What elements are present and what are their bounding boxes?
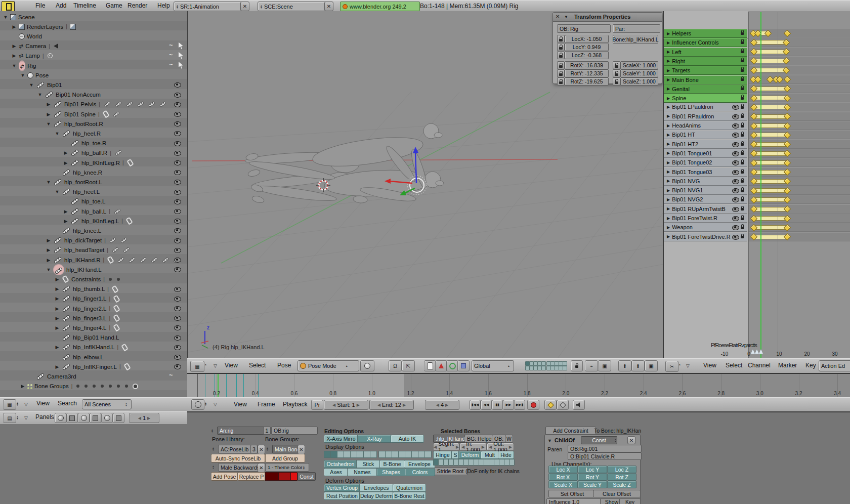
channel-lock-icon[interactable]: [740, 141, 745, 147]
menu-help[interactable]: Help: [157, 2, 170, 9]
expand-icon[interactable]: ▶: [667, 105, 670, 109]
channel-eye-icon[interactable]: [732, 123, 739, 129]
held-key-bar[interactable]: [754, 188, 787, 193]
held-key-bar[interactable]: [754, 207, 787, 212]
toggle-x-axis-mirro[interactable]: X-Axis Mirro: [324, 435, 358, 443]
armature-layer-toggle[interactable]: [405, 451, 412, 458]
channel-toggle-loc-x[interactable]: Loc X: [548, 466, 578, 473]
channel-eye-icon[interactable]: [732, 179, 739, 184]
expand-icon[interactable]: ▶: [667, 206, 670, 211]
channel-lock-icon[interactable]: [740, 169, 745, 175]
expand-icon[interactable]: ▶: [667, 234, 670, 239]
channel-row[interactable]: ▶Targets: [664, 66, 747, 75]
toggle-stick[interactable]: Stick: [356, 460, 380, 468]
expand-icon[interactable]: ▶: [667, 179, 670, 183]
channel-key-lane[interactable]: [748, 75, 850, 84]
armature-layer-toggle[interactable]: [324, 451, 331, 458]
channel-eye-icon[interactable]: [732, 235, 739, 240]
channel-row[interactable]: ▶Main Bone: [664, 75, 747, 85]
held-key-bar[interactable]: [754, 123, 787, 128]
armature-layer-toggle[interactable]: [370, 451, 377, 458]
expand-icon[interactable]: ▶: [667, 225, 670, 230]
expand-icon[interactable]: ▶: [667, 77, 670, 82]
armature-layer-toggle[interactable]: [392, 451, 399, 458]
channel-eye-icon[interactable]: [732, 216, 739, 221]
held-key-bar[interactable]: [754, 235, 787, 239]
held-key-bar[interactable]: [754, 59, 786, 63]
toggle-vertex-group[interactable]: Vertex Group: [324, 484, 360, 492]
held-key-bar[interactable]: [754, 96, 787, 100]
menu-file[interactable]: File: [35, 2, 45, 9]
held-key-bar[interactable]: [754, 160, 787, 165]
held-key-bar[interactable]: [754, 142, 787, 147]
armature-layer-toggle[interactable]: [411, 451, 418, 458]
channel-eye-icon[interactable]: [732, 142, 739, 147]
channel-lock-icon[interactable]: [740, 67, 745, 72]
channel-lock-icon[interactable]: [740, 206, 745, 212]
held-key-bar[interactable]: [754, 225, 787, 230]
held-key-bar[interactable]: [754, 68, 786, 72]
channel-lock-icon[interactable]: [740, 187, 745, 193]
channel-lock-icon[interactable]: [740, 196, 745, 202]
channel-toggle-rot-x[interactable]: Rot X: [548, 473, 578, 481]
toggle-octahedron[interactable]: Octahedron: [324, 460, 357, 468]
held-key-bar[interactable]: [754, 170, 787, 175]
channel-toggle-loc-y[interactable]: Loc Y: [578, 466, 607, 473]
toggle-quaternion[interactable]: Quaternion: [393, 484, 426, 492]
expand-icon[interactable]: ▶: [667, 114, 670, 118]
marker-triangle-icon[interactable]: [759, 349, 763, 354]
toggle-auto-ik[interactable]: Auto IK: [391, 435, 424, 443]
channel-lock-icon[interactable]: [740, 215, 745, 221]
held-key-bar[interactable]: [754, 50, 786, 54]
channel-lock-icon[interactable]: [740, 95, 745, 100]
channel-toggle-scale-y[interactable]: Scale Y: [578, 481, 607, 488]
toggle-b-bone-rest[interactable]: B-Bone Rest: [393, 492, 426, 500]
armature-layer-toggle[interactable]: [398, 451, 405, 458]
expand-icon[interactable]: ▶: [667, 50, 670, 54]
toggle-delay-deform[interactable]: Delay Deform: [359, 492, 394, 500]
channel-eye-icon[interactable]: [732, 151, 739, 156]
toggle-names[interactable]: Names: [347, 468, 377, 476]
armature-layer-toggle[interactable]: [357, 451, 364, 458]
expand-icon[interactable]: ▶: [667, 188, 670, 193]
channel-toggle-scale-x[interactable]: Scale X: [548, 481, 578, 488]
channel-eye-icon[interactable]: [732, 170, 739, 175]
toggle-x-ray[interactable]: X-Ray: [357, 435, 392, 443]
held-key-bar[interactable]: [754, 216, 787, 221]
channel-eye-icon[interactable]: [732, 207, 739, 212]
held-key-bar[interactable]: [754, 40, 786, 45]
expand-icon[interactable]: ▶: [667, 160, 670, 165]
expand-icon[interactable]: ▶: [667, 142, 670, 146]
channel-toggle-scale-z[interactable]: Scale Z: [607, 481, 636, 488]
channel-toggle-loc-z[interactable]: Loc Z: [607, 466, 636, 473]
expand-icon[interactable]: ▶: [667, 197, 670, 202]
channel-row[interactable]: ▶Right: [664, 57, 747, 66]
channel-lock-icon[interactable]: [740, 30, 745, 35]
channel-lock-icon[interactable]: [740, 224, 745, 230]
armature-layer-toggle[interactable]: [424, 451, 432, 458]
marker-triangle-icon[interactable]: [755, 349, 759, 354]
held-key-bar[interactable]: [754, 133, 787, 137]
bone-toggle-hide[interactable]: Hide: [498, 451, 514, 459]
toggle-axes[interactable]: Axes: [324, 468, 348, 476]
held-key-bar[interactable]: [754, 105, 787, 109]
expand-icon[interactable]: ▶: [667, 123, 670, 128]
expand-icon[interactable]: ▶: [667, 151, 670, 155]
held-key-bar[interactable]: [754, 197, 787, 202]
toggle-envelope[interactable]: Envelope: [404, 460, 435, 468]
channel-eye-icon[interactable]: [732, 114, 739, 119]
channel-lock-icon[interactable]: [740, 39, 745, 45]
menu-render[interactable]: Render: [128, 2, 147, 9]
armature-layer-toggle[interactable]: [385, 451, 392, 458]
expand-icon[interactable]: ▶: [667, 87, 670, 91]
channel-lock-icon[interactable]: [740, 104, 745, 109]
held-key-bar[interactable]: [754, 87, 787, 91]
armature-layer-toggle[interactable]: [378, 451, 386, 458]
bone-toggle-hinge[interactable]: Hinge: [433, 451, 452, 459]
armature-layer-toggle[interactable]: [363, 451, 370, 458]
channel-row[interactable]: ▶Helpers: [664, 29, 747, 38]
channel-row[interactable]: ▶Spine: [664, 94, 747, 103]
channel-lock-icon[interactable]: [740, 49, 745, 54]
held-key-bar[interactable]: [754, 151, 787, 156]
channel-row[interactable]: ▶Influencer Controls: [664, 38, 747, 47]
